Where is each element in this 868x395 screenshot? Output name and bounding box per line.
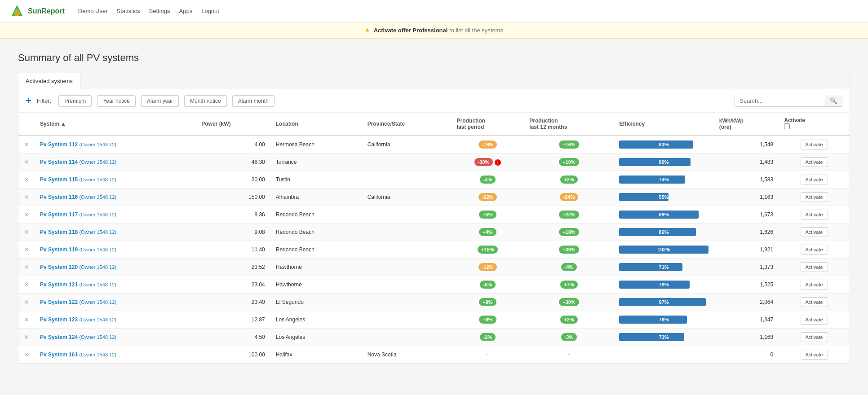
table-row: ✕Pv System 115 (Owner 1548 12)30.00Tusti… xyxy=(18,171,850,189)
owner-text: (Owner 1548 12) xyxy=(79,229,116,235)
activate-button[interactable]: Activate xyxy=(801,175,828,184)
table-row: ✕Pv System 118 (Owner 1548 12)9.08Redond… xyxy=(18,224,850,241)
th-system[interactable]: System ▲ xyxy=(35,113,196,136)
logo-icon xyxy=(9,3,25,19)
navbar-links: Demo User Statistics Settings Apps Logou… xyxy=(78,8,219,14)
search-button[interactable]: 🔍 xyxy=(825,95,842,106)
eff-label: 83% xyxy=(659,140,669,149)
prod-last-badge: -4% xyxy=(480,176,496,184)
filter-alarm-year[interactable]: Alarm year xyxy=(141,95,179,107)
td-power: 23.52 xyxy=(196,259,270,276)
eff-bar-wrapper: 86% xyxy=(619,228,708,236)
table-row: ✕Pv System 117 (Owner 1548 12)9.36Redond… xyxy=(18,206,850,224)
td-kwh-kwp: 1,673 xyxy=(714,206,779,224)
remove-button[interactable]: ✕ xyxy=(24,246,29,253)
system-link[interactable]: Pv System 114 xyxy=(40,159,78,165)
td-kwh-kwp: 1,626 xyxy=(714,224,779,241)
remove-button[interactable]: ✕ xyxy=(24,228,29,236)
system-link[interactable]: Pv System 121 xyxy=(40,281,78,288)
td-power: 30.00 xyxy=(196,171,270,189)
eff-label: 80% xyxy=(659,158,669,166)
td-province xyxy=(362,224,452,241)
system-link[interactable]: Pv System 161 xyxy=(40,351,78,358)
system-link[interactable]: Pv System 117 xyxy=(40,211,78,218)
activate-button[interactable]: Activate xyxy=(801,280,828,290)
promo-banner: ★ Activate offer Professional to list al… xyxy=(0,22,868,39)
td-efficiency: 73% xyxy=(614,329,713,346)
add-system-button[interactable]: + xyxy=(26,96,31,106)
activate-button[interactable]: Activate xyxy=(801,245,828,255)
td-prod-last: +9% xyxy=(452,294,524,311)
brand-logo[interactable]: SunReport xyxy=(9,3,65,19)
activate-button[interactable]: Activate xyxy=(801,157,828,167)
eff-bar-wrapper: 79% xyxy=(619,281,708,289)
tab-activated-systems[interactable]: Activated systems xyxy=(18,73,80,89)
system-link[interactable]: Pv System 118 xyxy=(40,229,78,235)
eff-bar-wrapper: 80% xyxy=(619,158,708,166)
remove-button[interactable]: ✕ xyxy=(24,193,29,201)
nav-settings[interactable]: Settings xyxy=(149,8,170,14)
prod-last-badge: +18% xyxy=(478,246,497,254)
nav-apps[interactable]: Apps xyxy=(179,8,193,14)
activate-button[interactable]: Activate xyxy=(801,140,828,149)
system-link[interactable]: Pv System 119 xyxy=(40,246,78,253)
td-power: 4.00 xyxy=(196,136,270,154)
remove-button[interactable]: ✕ xyxy=(24,351,29,358)
owner-text: (Owner 1548 12) xyxy=(79,159,116,165)
system-link[interactable]: Pv System 112 xyxy=(40,141,78,148)
td-prod-last: -4% xyxy=(452,171,524,189)
system-link[interactable]: Pv System 115 xyxy=(40,176,78,183)
td-province: California xyxy=(362,136,452,154)
remove-button[interactable]: ✕ xyxy=(24,158,29,166)
nav-demo-user[interactable]: Demo User xyxy=(78,8,108,14)
activate-button[interactable]: Activate xyxy=(801,192,828,202)
eff-label: 79% xyxy=(659,281,669,289)
system-link[interactable]: Pv System 120 xyxy=(40,264,78,270)
activate-button[interactable]: Activate xyxy=(801,332,828,342)
remove-button[interactable]: ✕ xyxy=(24,334,29,341)
td-efficiency: 86% xyxy=(614,224,713,241)
td-kwh-kwp: 1,347 xyxy=(714,311,779,329)
activate-button[interactable]: Activate xyxy=(801,350,828,360)
nav-logout[interactable]: Logout xyxy=(201,8,219,14)
remove-button[interactable]: ✕ xyxy=(24,316,29,323)
prod-last-badge: -22% xyxy=(478,193,497,201)
prod-last-badge: +8% xyxy=(479,316,496,324)
table-body: ✕Pv System 112 (Owner 1548 12)4.00Hermos… xyxy=(18,136,850,364)
remove-button[interactable]: ✕ xyxy=(24,263,29,271)
activate-all-checkbox[interactable] xyxy=(784,123,790,129)
td-efficiency xyxy=(614,346,713,364)
activate-button[interactable]: Activate xyxy=(801,297,828,307)
activate-button[interactable]: Activate xyxy=(801,227,828,237)
td-location: Redondo Beach xyxy=(270,241,362,259)
owner-text: (Owner 1548 12) xyxy=(79,317,116,322)
eff-label: 89% xyxy=(659,211,669,219)
eff-bar xyxy=(619,176,685,184)
td-prod-last: -22% xyxy=(452,189,524,206)
remove-button[interactable]: ✕ xyxy=(24,211,29,218)
remove-button[interactable]: ✕ xyxy=(24,176,29,183)
system-link[interactable]: Pv System 122 xyxy=(40,299,78,305)
td-location: Hermosa Beach xyxy=(270,136,362,154)
activate-button[interactable]: Activate xyxy=(801,210,828,219)
remove-button[interactable]: ✕ xyxy=(24,141,29,148)
td-efficiency: 79% xyxy=(614,276,713,294)
system-link[interactable]: Pv System 123 xyxy=(40,316,78,323)
filter-month-notice[interactable]: Month notice xyxy=(184,95,227,107)
filter-premium[interactable]: Premium xyxy=(58,95,92,107)
search-input[interactable] xyxy=(735,95,825,106)
system-link[interactable]: Pv System 124 xyxy=(40,334,78,340)
prod-12-badge: -4% xyxy=(561,263,577,271)
remove-button[interactable]: ✕ xyxy=(24,281,29,288)
prod-12-badge: +2% xyxy=(560,176,577,184)
td-location: Los Angeles xyxy=(270,311,362,329)
system-link[interactable]: Pv System 116 xyxy=(40,194,78,200)
activate-button[interactable]: Activate xyxy=(801,262,828,272)
nav-statistics[interactable]: Statistics xyxy=(117,8,140,14)
filter-year-notice[interactable]: Year notice xyxy=(97,95,136,107)
systems-table: System ▲ Power (kW) Location Province/St… xyxy=(18,113,850,364)
filter-alarm-month[interactable]: Alarm month xyxy=(232,95,275,107)
th-province: Province/State xyxy=(362,113,452,136)
remove-button[interactable]: ✕ xyxy=(24,298,29,306)
activate-button[interactable]: Activate xyxy=(801,315,828,325)
